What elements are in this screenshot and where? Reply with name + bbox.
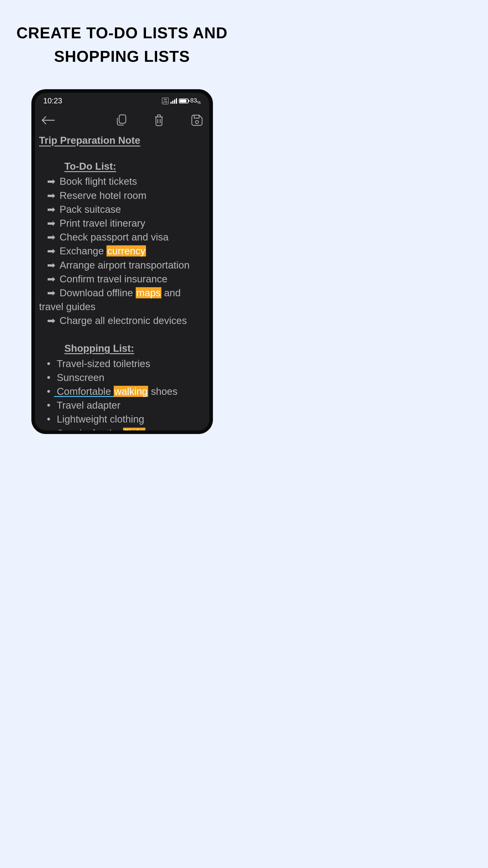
battery-percentage: 83% xyxy=(190,97,201,105)
save-icon[interactable] xyxy=(191,115,203,127)
todo-item: ➡Reserve hotel room xyxy=(39,189,205,203)
todo-heading: To-Do List: xyxy=(39,159,205,173)
status-bar: 10:23 VoLTE 83% xyxy=(35,93,209,107)
promo-title: CREATE TO-DO LISTS AND SHOPPING LISTS xyxy=(0,21,244,68)
todo-item: ➡Book flight tickets xyxy=(39,175,205,188)
todo-item: ➡Print travel itinerary xyxy=(39,216,205,230)
delete-icon[interactable] xyxy=(154,114,164,127)
shopping-item: • Sunscreen xyxy=(39,371,205,384)
todo-item: ➡Pack suitcase xyxy=(39,203,205,216)
todo-item: ➡Charge all electronic devices xyxy=(39,314,205,328)
shopping-item: • Travel-sized toiletries xyxy=(39,357,205,371)
shopping-heading: Shopping List: xyxy=(39,341,205,355)
highlight-text: flight xyxy=(123,428,145,434)
todo-item: ➡Download offline maps and xyxy=(39,286,205,300)
status-time: 10:23 xyxy=(44,96,62,105)
todo-item: ➡Arrange airport transportation xyxy=(39,258,205,272)
todo-item: ➡Confirm travel insurance xyxy=(39,272,205,286)
lte-icon: VoLTE xyxy=(162,98,169,104)
shopping-item: • Snacks for the flight xyxy=(39,427,205,434)
shopping-item: • Travel adapter xyxy=(39,398,205,412)
signal-icon xyxy=(170,98,177,104)
highlight-text: walking xyxy=(114,386,148,397)
todo-item: ➡Exchange currency xyxy=(39,244,205,258)
copy-icon[interactable] xyxy=(116,114,127,127)
highlight-text: currency xyxy=(107,245,146,256)
note-content[interactable]: Trip Preparation Note To-Do List: ➡Book … xyxy=(35,131,209,434)
svg-point-1 xyxy=(196,121,198,124)
phone-frame: 10:23 VoLTE 83% xyxy=(31,89,213,434)
shopping-item: • Comfortable walking shoes xyxy=(39,384,205,398)
highlight-text: maps xyxy=(136,287,161,299)
shopping-item: • Lightweight clothing xyxy=(39,412,205,426)
app-toolbar xyxy=(35,107,209,131)
status-indicators: VoLTE 83% xyxy=(162,97,201,105)
note-title: Trip Preparation Note xyxy=(39,133,205,147)
back-button[interactable] xyxy=(41,116,55,126)
todo-item: ➡Check passport and visa xyxy=(39,230,205,244)
svg-rect-0 xyxy=(119,115,126,123)
battery-icon xyxy=(179,98,189,103)
todo-item-continuation: travel guides xyxy=(39,300,205,314)
